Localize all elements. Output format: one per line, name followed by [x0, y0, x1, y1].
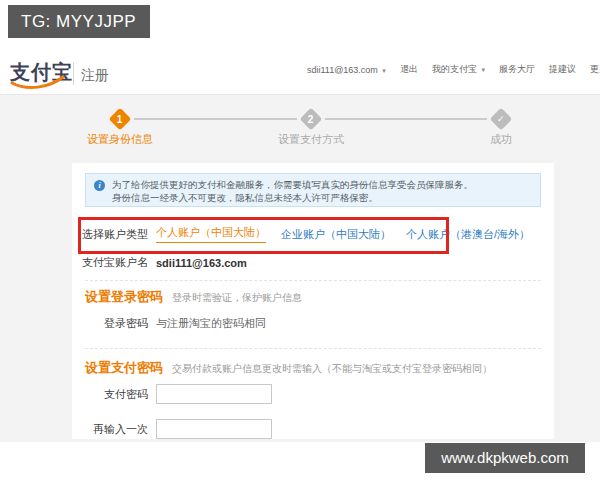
step2-label: 设置支付方式: [278, 132, 344, 147]
confirm-password-row: 再输入一次: [72, 419, 554, 439]
account-name-value: sdii111@163.com: [156, 257, 247, 269]
step3-label: 成功: [490, 132, 512, 147]
register-form-card: i 为了给你提供更好的支付和金融服务，你需要填写真实的身份信息享受会员保障服务。…: [72, 163, 554, 439]
step-connector: [134, 118, 297, 120]
check-icon: ✓: [497, 114, 505, 124]
tg-badge: TG: MYYJJPP: [8, 5, 150, 38]
nav-logout[interactable]: 退出: [393, 63, 425, 76]
account-type-personal-mainland[interactable]: 个人账户（中国大陆）: [156, 225, 266, 243]
login-password-section: 设置登录密码 登录时需验证，保护账户信息: [85, 288, 302, 306]
alipay-register-page: TG: MYYJJPP 支付宝 注册 sdii111@163.com ▾ 退出 …: [0, 0, 600, 480]
chevron-down-icon: ▾: [382, 67, 386, 74]
nav-account-email-label: sdii111@163.com: [307, 65, 378, 75]
nav-my-alipay-label: 我的支付宝: [432, 64, 477, 74]
pay-password-section: 设置支付密码 交易付款或账户信息更改时需输入（不能与淘宝或支付宝登录密码相同）: [85, 359, 492, 377]
notice-box: i 为了给你提供更好的支付和金融服务，你需要填写真实的身份信息享受会员保障服务。…: [85, 173, 541, 207]
pay-section-hint: 交易付款或账户信息更改时需输入（不能与淘宝或支付宝登录密码相同）: [172, 362, 492, 376]
pay-password-label: 支付密码: [72, 387, 148, 402]
info-icon: i: [94, 180, 105, 191]
login-password-label: 登录密码: [72, 316, 148, 331]
account-name-row: 支付宝账户名 sdii111@163.com: [72, 255, 554, 270]
section-divider: [85, 280, 541, 281]
nav-more[interactable]: 更多: [583, 63, 600, 76]
pay-password-input[interactable]: [156, 384, 272, 404]
step1-number: 1: [117, 114, 123, 125]
pay-section-title: 设置支付密码: [85, 359, 163, 377]
page-title: 注册: [81, 67, 109, 85]
login-section-hint: 登录时需验证，保护账户信息: [172, 291, 302, 305]
step1-label: 设置身份信息: [87, 132, 153, 147]
nav-suggest[interactable]: 提建议: [542, 63, 583, 76]
logo-swoosh-icon: [9, 74, 67, 92]
account-type-company-mainland[interactable]: 企业账户（中国大陆）: [281, 227, 391, 242]
nav-my-alipay[interactable]: 我的支付宝 ▾: [425, 63, 492, 76]
logo-title-divider: [73, 62, 74, 85]
account-name-label: 支付宝账户名: [72, 255, 148, 270]
pay-password-row: 支付密码: [72, 384, 554, 404]
chevron-down-icon: ▾: [481, 66, 485, 73]
section-divider: [85, 348, 541, 349]
notice-line2: 身份信息一经录入不可更改，隐私信息未经本人许可严格保密。: [112, 191, 534, 204]
confirm-password-label: 再输入一次: [72, 422, 148, 437]
login-password-row: 登录密码 与注册淘宝的密码相同: [72, 316, 554, 331]
watermark: www.dkpkweb.com: [425, 443, 585, 473]
step2-number: 2: [308, 114, 314, 125]
nav-service-hall[interactable]: 服务大厅: [492, 63, 542, 76]
notice-line1: 为了给你提供更好的支付和金融服务，你需要填写真实的身份信息享受会员保障服务。: [112, 178, 534, 191]
login-section-title: 设置登录密码: [85, 288, 163, 306]
account-type-label: 选择账户类型: [72, 227, 148, 242]
confirm-password-input[interactable]: [156, 419, 272, 439]
top-nav: sdii111@163.com ▾ 退出 我的支付宝 ▾ 服务大厅 提建议 更多: [300, 63, 600, 76]
account-type-row: 选择账户类型 个人账户（中国大陆） 企业账户（中国大陆） 个人账户（港澳台/海外…: [72, 225, 554, 243]
login-password-value: 与注册淘宝的密码相同: [156, 316, 266, 331]
account-type-personal-overseas[interactable]: 个人账户（港澳台/海外）: [406, 227, 530, 242]
step-connector: [325, 118, 487, 120]
nav-account-email[interactable]: sdii111@163.com ▾: [300, 65, 393, 75]
